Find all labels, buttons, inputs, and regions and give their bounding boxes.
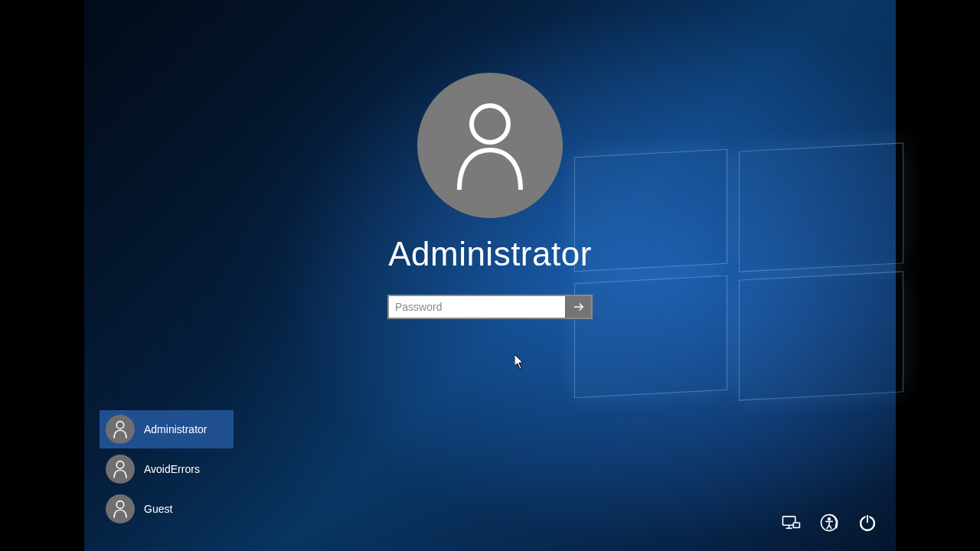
user-item-guest[interactable]: Guest <box>100 490 234 528</box>
power-button[interactable] <box>856 511 879 534</box>
ease-of-access-icon <box>819 513 839 533</box>
svg-point-2 <box>116 461 124 469</box>
password-row <box>387 295 593 319</box>
network-icon <box>781 513 801 533</box>
password-input[interactable] <box>389 296 565 318</box>
windows-logo-background <box>574 153 903 406</box>
user-avatar-small <box>106 455 135 484</box>
user-list: Administrator AvoidErrors Guest <box>100 410 234 528</box>
user-item-label: AvoidErrors <box>144 463 200 475</box>
person-icon <box>113 500 128 518</box>
lock-screen: Administrator Administrator <box>84 0 896 551</box>
power-icon <box>858 513 877 533</box>
ease-of-access-button[interactable] <box>818 511 841 534</box>
person-icon <box>113 420 128 439</box>
svg-point-1 <box>116 422 124 429</box>
network-button[interactable] <box>779 511 802 534</box>
submit-button[interactable] <box>565 296 591 318</box>
system-buttons <box>779 511 879 534</box>
user-item-avoiderrors[interactable]: AvoidErrors <box>100 450 234 488</box>
svg-rect-5 <box>793 523 799 528</box>
selected-username: Administrator <box>388 235 592 273</box>
mouse-cursor <box>514 354 525 370</box>
user-item-label: Administrator <box>144 423 207 435</box>
svg-point-3 <box>116 501 124 509</box>
svg-point-0 <box>472 106 508 142</box>
person-icon <box>113 460 128 478</box>
user-avatar-small <box>106 494 135 523</box>
svg-point-10 <box>828 517 831 520</box>
user-item-label: Guest <box>144 503 172 515</box>
user-item-administrator[interactable]: Administrator <box>100 410 234 448</box>
person-icon <box>452 99 528 191</box>
arrow-right-icon <box>572 300 586 314</box>
svg-line-14 <box>829 525 831 529</box>
user-avatar-large <box>417 73 563 218</box>
user-avatar-small <box>106 415 135 444</box>
login-panel: Administrator <box>387 73 593 319</box>
